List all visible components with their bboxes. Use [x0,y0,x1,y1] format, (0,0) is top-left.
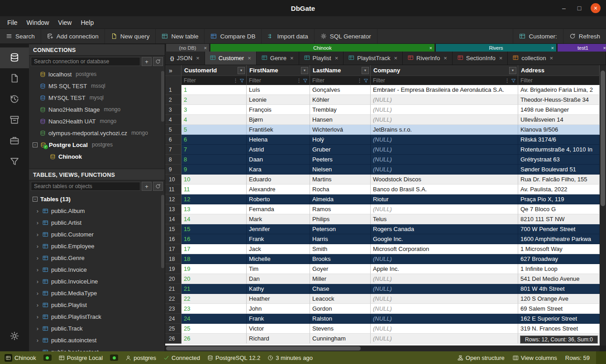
tab-playlist[interactable]: Playlist× [299,52,344,65]
activity-filters[interactable] [0,151,29,172]
activity-plugins[interactable] [0,131,29,151]
cell-address[interactable]: 1498 rue Bélanger [518,105,600,115]
cell-firstname[interactable]: François [247,105,310,115]
cell-company[interactable]: Rogers Canada [371,224,518,234]
toolbar-customer-button[interactable]: Customer: [513,29,563,43]
filter-funnel-icon[interactable] [239,78,246,83]
statusbar-view-columns[interactable]: View columns [513,355,557,361]
cell-address[interactable]: 541 Del Medio Avenue [518,274,600,284]
table-public-artist[interactable]: ›public.Artist [29,217,165,228]
grid-vertical-scrollbar[interactable] [600,65,606,345]
cell-address[interactable]: 1600 Amphitheatre Parkwa [518,234,600,244]
cell-customerid[interactable]: 3 [181,105,247,115]
dots-menu-icon[interactable]: ⋮ [232,78,239,84]
chevron-right-icon[interactable]: › [35,255,40,261]
cell-company[interactable]: (NULL) [371,304,518,314]
cell-lastname[interactable]: Martins [310,175,371,184]
cell-customerid[interactable]: 8 [181,155,247,165]
grid-row-22[interactable]: 2222HeatherLeacock(NULL)120 S Orange Ave [165,294,600,304]
cell-lastname[interactable]: Wichterlová [310,125,371,135]
cell-address[interactable]: Av. Paulista, 2022 [518,184,600,194]
cell-address[interactable]: Rotenturmstraße 4, 1010 In [518,145,600,155]
tables-search-input[interactable] [31,182,140,191]
row-number[interactable]: 13 [165,204,181,214]
close-icon[interactable]: × [196,55,200,61]
chevron-right-icon[interactable]: › [35,349,40,352]
cell-firstname[interactable]: Tim [247,264,310,274]
cell-lastname[interactable]: Brooks [310,254,371,264]
column-header-customerid[interactable]: CustomerId▼ [181,65,247,76]
activity-archive[interactable] [0,110,29,131]
cell-customerid[interactable]: 14 [181,214,247,224]
activity-history[interactable] [0,89,29,110]
close-icon[interactable]: × [204,45,207,51]
cell-lastname[interactable]: Nielsen [310,165,371,175]
row-number[interactable]: 12 [165,194,181,204]
chevron-down-icon[interactable]: ▼ [362,67,369,74]
row-number[interactable]: 11 [165,184,181,194]
cell-customerid[interactable]: 17 [181,244,247,254]
grid-expand-button[interactable]: » [165,65,181,76]
row-number[interactable]: 5 [165,125,181,135]
toolbar-search-button[interactable]: Search [0,29,41,43]
chevron-right-icon[interactable]: › [35,302,40,308]
cell-address[interactable]: 120 S Orange Ave [518,294,600,304]
cell-company[interactable]: (NULL) [371,314,518,324]
cell-firstname[interactable]: Frank [247,234,310,244]
cell-customerid[interactable]: 22 [181,294,247,304]
filter-input-lastname[interactable] [310,77,356,85]
cell-firstname[interactable]: Leonie [247,95,310,105]
cell-lastname[interactable]: Hansen [310,115,371,125]
refresh-connections-button[interactable] [153,57,163,66]
cell-company[interactable]: Banco do Brasil S.A. [371,184,518,194]
toolbar-refresh-button[interactable]: Refresh [563,29,606,43]
cell-address[interactable]: Praça Pio X, 119 [518,194,600,204]
collapse-box-icon[interactable]: - [33,142,38,147]
close-icon[interactable]: × [499,55,503,61]
toolbar-new-query-button[interactable]: New query [105,29,156,43]
connection-postgre-local[interactable]: -✓Postgre Localpostgres [29,139,165,151]
tab-riverinfo[interactable]: RiverInfo× [403,52,453,65]
tab-sectioninfo[interactable]: SectionInfo× [453,52,508,65]
cell-address[interactable]: Ullevålsveien 14 [518,115,600,125]
cell-company[interactable]: Microsoft Corporation [371,244,518,254]
column-header-company[interactable]: Company▼ [371,65,518,76]
cell-firstname[interactable]: Astrid [247,145,310,155]
cell-firstname[interactable]: Dan [247,274,310,284]
cell-lastname[interactable]: Almeida [310,194,371,204]
cell-lastname[interactable]: Peeters [310,155,371,165]
close-icon[interactable]: × [603,45,606,51]
row-number[interactable]: 16 [165,234,181,244]
cell-firstname[interactable]: František [247,125,310,135]
cell-company[interactable]: (NULL) [371,204,518,214]
cell-customerid[interactable]: 20 [181,274,247,284]
table-public-booleantest[interactable]: ›public.booleantest [29,346,165,351]
row-number[interactable]: 3 [165,105,181,115]
tables-scrollbar[interactable] [161,195,164,268]
cell-lastname[interactable]: Smith [310,244,371,254]
grid-row-14[interactable]: 1414MarkPhilipsTelus8210 111 ST NW [165,214,600,224]
cell-firstname[interactable]: Frank [247,314,310,324]
cell-company[interactable]: Woodstock Discos [371,175,518,184]
chevron-right-icon[interactable]: › [35,208,40,214]
cell-firstname[interactable]: Daan [247,155,310,165]
cell-company[interactable]: (NULL) [371,115,518,125]
cell-customerid[interactable]: 16 [181,234,247,244]
cell-customerid[interactable]: 11 [181,184,247,194]
row-number[interactable]: 17 [165,244,181,254]
cell-firstname[interactable]: Kathy [247,284,310,294]
grid-row-16[interactable]: 1616FrankHarrisGoogle Inc.1600 Amphithea… [165,234,600,244]
grid-row-5[interactable]: 55FrantišekWichterlováJetBrains s.r.o.Kl… [165,125,600,135]
grid-row-10[interactable]: 1010EduardoMartinsWoodstock DiscosRua Dr… [165,175,600,184]
cell-firstname[interactable]: Victor [247,324,310,334]
statusbar-current-connection[interactable]: Postgre Local [59,355,103,361]
toolbar-compare-db-button[interactable]: Compare DB [205,29,262,43]
cell-company[interactable]: (NULL) [371,274,518,284]
connections-search-input[interactable] [31,57,140,66]
chevron-right-icon[interactable]: › [35,231,40,238]
chevron-right-icon[interactable]: › [35,325,40,332]
chevron-down-icon[interactable]: ▼ [301,67,308,74]
statusbar-current-user[interactable]: postgres [125,355,156,361]
menu-view[interactable]: View [53,16,76,29]
row-number[interactable]: 23 [165,304,181,314]
